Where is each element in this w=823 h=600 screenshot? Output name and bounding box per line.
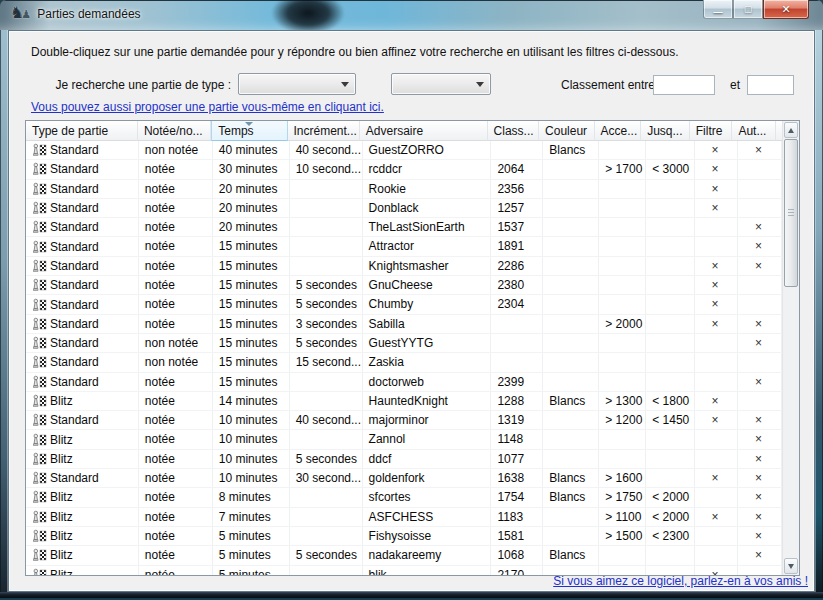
maximize-button[interactable]: ▢ [733,0,763,19]
cell-color [543,411,599,429]
cell-accepts_from [599,257,646,275]
column-header-label: Acce... [601,124,638,138]
table-row[interactable]: Blitznotée5 minutes5 secondesnadakareemy… [26,546,782,565]
table-row[interactable]: Standardnon notée15 minutes5 secondesGue… [26,334,782,353]
cell-color [543,450,599,468]
cell-up_to [646,334,695,352]
table-row[interactable]: Standardnotée30 minutes10 second...rcddc… [26,160,782,179]
table-header: Type de partieNotée/no...TempsIncrément.… [26,121,782,141]
propose-game-link[interactable]: Vous pouvez aussi proposer une partie vo… [31,100,384,114]
game-type-label: Blitz [50,529,73,543]
column-header-filter[interactable]: Filtre [690,121,733,141]
cell-rating: 1288 [491,392,543,410]
column-header-opponent[interactable]: Adversaire [360,121,488,141]
game-type-label: Standard [50,143,99,157]
table-row[interactable]: Standardnon notée15 minutes15 second...Z… [26,353,782,372]
cell-filter [695,334,738,352]
game-type-combobox[interactable] [238,73,356,95]
cell-up_to: < 2000 [646,488,695,506]
cell-type: Standard [26,373,139,391]
cell-rating: 1638 [491,469,543,487]
title-bar[interactable]: ♞♟ Parties demandées — ▢ ✕ [0,0,823,31]
table-row[interactable]: Standardnotée15 minutes5 secondesGnuChee… [26,276,782,295]
share-software-link[interactable]: Si vous aimez ce logiciel, parlez-en à v… [553,574,808,588]
column-header-time[interactable]: Temps [211,121,287,141]
game-type-label: Blitz [50,568,73,575]
column-header-auto[interactable]: Aut... [732,121,776,141]
column-header-rated[interactable]: Notée/no... [138,121,211,141]
cell-accepts_from [599,334,646,352]
cell-up_to [646,276,695,294]
cell-rated: notée [139,373,213,391]
cell-rated: notée [139,160,213,178]
parties-demandees-window: ♞♟ Parties demandées — ▢ ✕ Double-clique… [0,0,823,600]
vertical-scrollbar[interactable] [782,121,799,575]
cell-type: Blitz [26,566,139,575]
scroll-down-button[interactable] [784,558,798,574]
table-row[interactable]: Blitznotée5 minutesFishysoisse1581> 1500… [26,527,782,546]
cell-rating: 2170 [491,566,543,575]
column-header-rating[interactable]: Class... [488,121,540,141]
table-row[interactable]: Standardnotée20 minutesDonblack1257× [26,199,782,218]
column-header-type[interactable]: Type de partie [26,121,138,141]
cell-color [543,160,599,178]
secondary-filter-combobox[interactable] [391,73,491,95]
chevron-down-icon [341,82,349,87]
scroll-up-button[interactable] [784,122,798,138]
game-type-label: Standard [50,182,99,196]
column-header-accepts_from[interactable]: Acce... [595,121,642,141]
table-row[interactable]: Blitznotée7 minutesASFCHESS1183> 1100< 2… [26,508,782,527]
cell-accepts_from [599,276,646,294]
table-row[interactable]: Blitznotée14 minutesHauntedKnight1288Bla… [26,392,782,411]
table-row[interactable]: Standardnon notée40 minutes40 second...G… [26,141,782,160]
cell-up_to [646,450,695,468]
cell-auto: × [738,430,782,448]
cell-color [543,430,599,448]
scrollbar-thumb[interactable] [784,139,798,287]
cell-auto: × [738,527,782,545]
cell-opponent: Sabilla [363,315,492,333]
cell-rating: 2399 [491,373,543,391]
table-row[interactable]: Standardnotée10 minutes40 second...major… [26,411,782,430]
cell-filter: × [695,276,738,294]
cell-rating: 2304 [491,295,543,313]
rating-min-input[interactable] [653,75,715,95]
rating-max-input[interactable] [747,75,794,95]
table-row[interactable]: Blitznotée10 minutesZannol1148× [26,430,782,449]
cell-type: Blitz [26,430,139,448]
cell-filter: × [695,295,738,313]
minimize-button[interactable]: — [703,0,733,19]
table-row[interactable]: Blitznotée8 minutessfcortes1754Blancs> 1… [26,488,782,507]
cell-rated: non notée [139,353,213,371]
table-row[interactable]: Standardnotée10 minutes30 second...golde… [26,469,782,488]
cell-type: Standard [26,160,139,178]
close-button[interactable]: ✕ [763,0,809,19]
cell-time: 7 minutes [213,508,290,526]
cell-up_to [646,295,695,313]
table-row[interactable]: Standardnotée15 minutes3 secondesSabilla… [26,315,782,334]
cell-time: 15 minutes [213,257,290,275]
column-header-increment[interactable]: Incrément... [288,121,360,141]
column-header-up_to[interactable]: Jusq... [641,121,690,141]
table-row[interactable]: Standardnotée20 minutesTheLastSionEarth1… [26,218,782,237]
table-row[interactable]: Standardnotée20 minutesRookie2356× [26,180,782,199]
table-row[interactable]: Standardnotée15 minutesKnightsmasher2286… [26,257,782,276]
table-row[interactable]: Standardnotée15 minutes5 secondesChumby2… [26,295,782,314]
chess-pawn-checkerboard-icon [32,433,47,447]
cell-color: Blancs [543,392,599,410]
column-header-color[interactable]: Couleur [539,121,595,141]
game-type-label: Standard [50,278,99,292]
cell-opponent: doctorweb [363,373,492,391]
cell-up_to: < 1800 [646,392,695,410]
cell-auto [738,276,782,294]
cell-accepts_from: > 2000 [599,315,646,333]
table-row[interactable]: Standardnotée15 minutesdoctorweb2399× [26,373,782,392]
cell-filter: × [695,508,738,526]
table-row[interactable]: Standardnotée15 minutesAttractor1891× [26,237,782,256]
cell-rated: notée [139,218,213,236]
game-type-label: Blitz [50,433,73,447]
chess-pawn-checkerboard-icon [32,298,47,312]
cell-rating: 1183 [491,508,543,526]
cell-color: Blancs [543,141,599,159]
table-row[interactable]: Blitznotée10 minutes5 secondesddcf1077× [26,450,782,469]
